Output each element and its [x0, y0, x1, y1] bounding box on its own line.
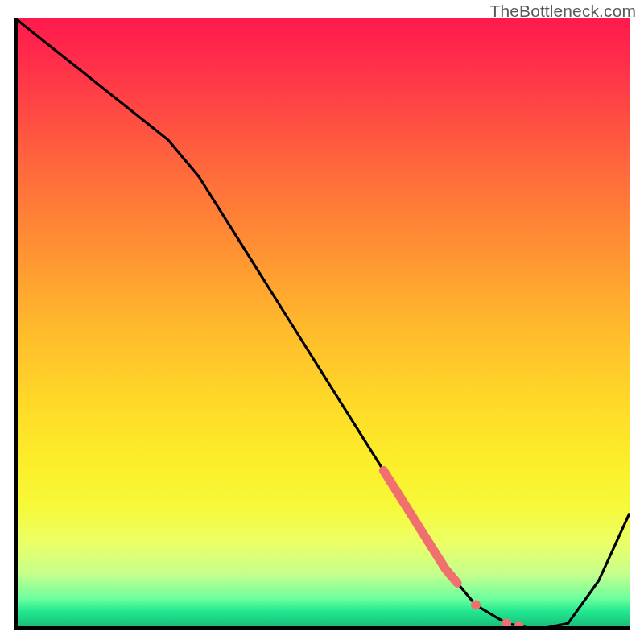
y-axis: [14, 18, 18, 630]
curve-group: [14, 18, 630, 630]
marker-point: [471, 601, 481, 610]
x-axis: [14, 626, 630, 630]
chart-container: TheBottleneck.com: [0, 0, 644, 644]
highlight-segment: [383, 470, 457, 583]
bottleneck-curve: [14, 18, 630, 630]
curve-svg: [14, 18, 630, 630]
plot-area: [14, 18, 630, 630]
markers-group: [471, 601, 524, 630]
